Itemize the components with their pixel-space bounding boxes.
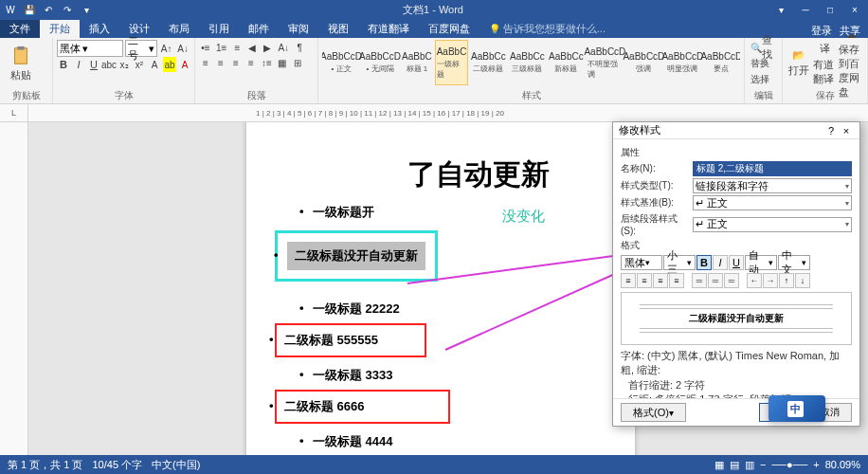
heading2-2[interactable]: 二级标题 555555 [282,330,419,351]
minimize-button[interactable]: ─ [794,1,817,18]
redo-icon[interactable]: ↷ [61,3,74,16]
shading-icon[interactable]: ▦ [276,55,289,70]
underline-button[interactable]: U [87,57,100,72]
align-right-icon[interactable]: ≡ [229,55,243,70]
find-button[interactable]: 🔍查找 [749,40,778,55]
style-type-select[interactable]: 链接段落和字符 [693,178,852,193]
fmt-italic-button[interactable]: I [713,255,728,270]
style-item[interactable]: AaBbCcD强调 [624,40,662,85]
youdao-translate-button[interactable]: 译有道翻译 [813,40,838,87]
align-left-icon[interactable]: ≡ [199,55,212,70]
numbering-icon[interactable]: 1≡ [214,40,228,55]
fmt-indent-inc[interactable]: → [763,273,778,288]
tab-file[interactable]: 文件 [0,20,40,38]
maximize-button[interactable]: □ [819,1,841,18]
status-words[interactable]: 10/45 个字 [92,458,142,472]
baidu-save-button[interactable]: ☁保存到百度网盘 [839,40,863,87]
style-item[interactable]: AaBbCc二级标题 [469,40,507,85]
style-item[interactable]: AaBbC标题 1 [400,40,434,85]
subscript-button[interactable]: x₂ [118,57,131,72]
superscript-button[interactable]: x² [133,57,146,72]
style-item[interactable]: AaBbCcD• 无间隔 [361,40,399,85]
save-icon[interactable]: 💾 [23,3,36,16]
fmt-underline-button[interactable]: U [729,255,744,270]
signin-link[interactable]: 登录 [811,24,832,38]
dec-indent-icon[interactable]: ◀ [245,40,259,55]
fmt-size-select[interactable]: 小三▾ [663,255,696,270]
borders-icon[interactable]: ⊞ [291,55,304,70]
fmt-para-after[interactable]: ↓ [795,273,810,288]
tab-insert[interactable]: 插入 [80,20,119,38]
tell-me-search[interactable]: 💡 告诉我您想要做什么... [479,20,615,38]
qat-more-icon[interactable]: ▾ [80,3,93,16]
heading1-4[interactable]: 一级标题 4444 [313,433,606,450]
ruler-vertical[interactable] [0,122,28,455]
undo-icon[interactable]: ↶ [42,3,55,16]
tab-translate[interactable]: 有道翻译 [358,20,419,38]
bold-button[interactable]: B [57,57,70,72]
style-item[interactable]: AaBbCcD不明显强调 [586,40,624,85]
dialog-help-icon[interactable]: ? [823,125,839,137]
style-item[interactable]: AaBbCcD要点 [702,40,740,85]
tab-layout[interactable]: 布局 [159,20,199,38]
fmt-align-left[interactable]: ≡ [621,273,636,288]
dialog-close-icon[interactable]: × [839,125,854,137]
style-name-input[interactable] [693,161,852,176]
fmt-spacing-2[interactable]: ═ [708,273,723,288]
show-marks-icon[interactable]: ¶ [293,40,306,55]
justify-icon[interactable]: ≡ [244,55,258,70]
fmt-align-right[interactable]: ≡ [653,273,668,288]
tab-mailings[interactable]: 邮件 [239,20,279,38]
tab-view[interactable]: 视图 [318,20,358,38]
style-item[interactable]: AaBbCcD• 正文 [322,40,360,85]
paste-button[interactable]: 粘贴 [4,40,38,87]
next-style-select[interactable]: ↵ 正文 [693,217,852,232]
highlight-icon[interactable]: ab [163,57,176,72]
zoom-out-icon[interactable]: − [760,459,766,470]
ime-floating-bar[interactable] [769,395,825,422]
close-button[interactable]: × [843,1,866,18]
tab-review[interactable]: 审阅 [279,20,318,38]
style-item[interactable]: AaBbCc新标题 [547,40,585,85]
heading1-2[interactable]: 一级标题 22222 [313,301,606,318]
fmt-spacing-3[interactable]: ═ [724,273,739,288]
bullets-icon[interactable]: •≡ [199,40,212,55]
status-lang[interactable]: 中文(中国) [152,458,200,472]
heading1-1[interactable]: 一级标题开 [313,204,606,221]
text-effects-icon[interactable]: A [148,57,161,72]
view-print-icon[interactable]: ▤ [730,459,739,471]
grow-font-icon[interactable]: A↑ [159,41,174,56]
style-gallery[interactable]: AaBbCcD• 正文AaBbCcD• 无间隔AaBbC标题 1AaBbC一级标… [322,40,740,87]
format-menu-button[interactable]: 格式(O) ▾ [621,403,686,422]
multilevel-icon[interactable]: ≡ [230,40,244,55]
style-item[interactable]: AaBbCcD明显强调 [663,40,701,85]
sort-icon[interactable]: A↓ [276,40,291,55]
line-spacing-icon[interactable]: ↕≡ [260,55,274,70]
fmt-color-select[interactable]: 自动▾ [745,255,777,270]
style-item[interactable]: AaBbC一级标题 [435,40,469,85]
replace-button[interactable]: 替换 [749,56,771,71]
inc-indent-icon[interactable]: ▶ [261,40,274,55]
ruler-marks[interactable]: 1 | 2 | 3 | 4 | 5 | 6 | 7 | 8 | 9 | 10 |… [28,104,868,121]
font-size-select[interactable]: 二号▾ [125,40,157,57]
fmt-para-before[interactable]: ↑ [779,273,794,288]
open-button[interactable]: 📂打开 [787,40,811,87]
fmt-lang-select[interactable]: 中文▾ [778,255,810,270]
view-web-icon[interactable]: ▥ [745,459,754,471]
status-page[interactable]: 第 1 页，共 1 页 [8,458,82,472]
font-name-select[interactable]: 黑体▾ [57,40,123,57]
heading2-3[interactable]: 二级标题 6666 [282,396,443,417]
ribbon-opts-icon[interactable]: ▾ [769,1,792,18]
style-item[interactable]: AaBbCc三级标题 [508,40,546,85]
align-center-icon[interactable]: ≡ [214,55,227,70]
fmt-justify[interactable]: ≡ [669,273,684,288]
fmt-bold-button[interactable]: B [696,255,712,270]
tab-references[interactable]: 引用 [199,20,239,38]
zoom-level[interactable]: 80.09% [825,459,860,470]
heading1-3[interactable]: 一级标题 3333 [313,367,606,384]
fmt-align-center[interactable]: ≡ [637,273,652,288]
tab-home[interactable]: 开始 [40,20,80,38]
tab-baidu[interactable]: 百度网盘 [419,20,479,38]
based-on-select[interactable]: ↵ 正文 [693,195,852,210]
shrink-font-icon[interactable]: A↓ [175,41,190,56]
